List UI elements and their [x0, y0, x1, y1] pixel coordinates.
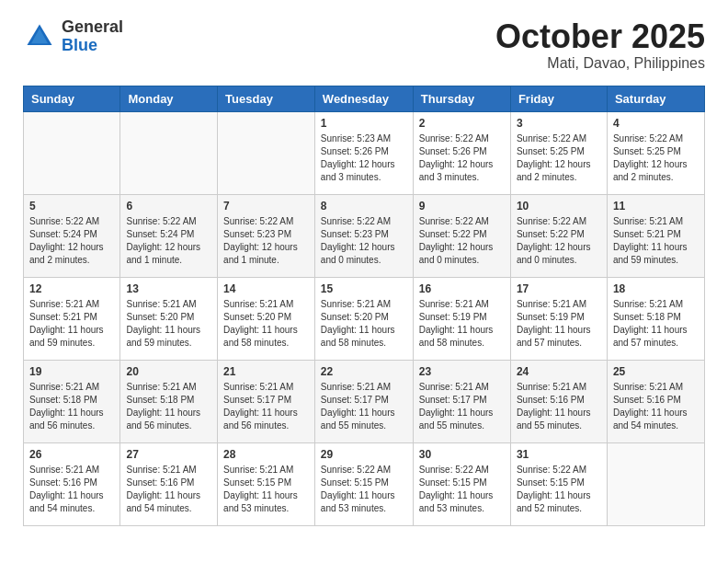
day-number: 5	[29, 200, 114, 213]
calendar-cell-4-2: 20Sunrise: 5:21 AM Sunset: 5:18 PM Dayli…	[120, 360, 218, 442]
calendar-cell-1-7: 4Sunrise: 5:22 AM Sunset: 5:25 PM Daylig…	[607, 111, 704, 194]
day-info: Sunrise: 5:22 AM Sunset: 5:26 PM Dayligh…	[419, 132, 505, 184]
day-number: 9	[419, 200, 505, 213]
calendar-cell-2-6: 10Sunrise: 5:22 AM Sunset: 5:22 PM Dayli…	[510, 194, 607, 277]
weekday-header-row: SundayMondayTuesdayWednesdayThursdayFrid…	[24, 86, 705, 111]
day-number: 29	[321, 448, 407, 461]
week-row-4: 19Sunrise: 5:21 AM Sunset: 5:18 PM Dayli…	[24, 360, 705, 442]
day-number: 28	[223, 448, 309, 461]
logo-icon	[23, 20, 56, 53]
day-info: Sunrise: 5:21 AM Sunset: 5:16 PM Dayligh…	[517, 381, 601, 432]
day-info: Sunrise: 5:21 AM Sunset: 5:16 PM Dayligh…	[29, 464, 114, 515]
calendar-cell-2-2: 6Sunrise: 5:22 AM Sunset: 5:24 PM Daylig…	[120, 194, 218, 277]
calendar-cell-3-6: 17Sunrise: 5:21 AM Sunset: 5:19 PM Dayli…	[510, 277, 607, 360]
logo: General Blue	[23, 18, 123, 55]
month-title: October 2025	[495, 18, 705, 55]
calendar-cell-5-1: 26Sunrise: 5:21 AM Sunset: 5:16 PM Dayli…	[24, 442, 120, 525]
day-info: Sunrise: 5:22 AM Sunset: 5:23 PM Dayligh…	[223, 215, 309, 267]
day-info: Sunrise: 5:21 AM Sunset: 5:18 PM Dayligh…	[613, 298, 699, 350]
day-info: Sunrise: 5:21 AM Sunset: 5:17 PM Dayligh…	[321, 381, 407, 432]
day-info: Sunrise: 5:21 AM Sunset: 5:20 PM Dayligh…	[321, 298, 407, 350]
day-number: 8	[321, 200, 407, 213]
calendar-cell-5-5: 30Sunrise: 5:22 AM Sunset: 5:15 PM Dayli…	[413, 442, 510, 525]
calendar-cell-3-4: 15Sunrise: 5:21 AM Sunset: 5:20 PM Dayli…	[314, 277, 413, 360]
day-number: 18	[613, 282, 699, 295]
day-info: Sunrise: 5:21 AM Sunset: 5:16 PM Dayligh…	[126, 464, 211, 515]
calendar-cell-1-6: 3Sunrise: 5:22 AM Sunset: 5:25 PM Daylig…	[510, 111, 607, 194]
calendar-cell-2-7: 11Sunrise: 5:21 AM Sunset: 5:21 PM Dayli…	[607, 194, 704, 277]
title-block: October 2025 Mati, Davao, Philippines	[495, 18, 705, 72]
day-info: Sunrise: 5:22 AM Sunset: 5:25 PM Dayligh…	[613, 132, 699, 184]
day-number: 19	[29, 365, 114, 378]
day-number: 11	[613, 200, 699, 213]
day-number: 23	[419, 365, 505, 378]
week-row-1: 1Sunrise: 5:23 AM Sunset: 5:26 PM Daylig…	[24, 111, 705, 194]
day-number: 3	[517, 117, 601, 130]
calendar-cell-1-3	[218, 111, 315, 194]
calendar-cell-3-7: 18Sunrise: 5:21 AM Sunset: 5:18 PM Dayli…	[607, 277, 704, 360]
logo-general-text: General	[62, 18, 123, 37]
day-info: Sunrise: 5:21 AM Sunset: 5:21 PM Dayligh…	[613, 215, 699, 267]
calendar-cell-3-2: 13Sunrise: 5:21 AM Sunset: 5:20 PM Dayli…	[120, 277, 218, 360]
day-info: Sunrise: 5:21 AM Sunset: 5:15 PM Dayligh…	[223, 464, 309, 515]
day-info: Sunrise: 5:22 AM Sunset: 5:25 PM Dayligh…	[517, 132, 601, 184]
calendar-cell-2-5: 9Sunrise: 5:22 AM Sunset: 5:22 PM Daylig…	[413, 194, 510, 277]
weekday-header-friday: Friday	[510, 86, 607, 111]
calendar-cell-3-1: 12Sunrise: 5:21 AM Sunset: 5:21 PM Dayli…	[24, 277, 120, 360]
day-number: 2	[419, 117, 505, 130]
week-row-2: 5Sunrise: 5:22 AM Sunset: 5:24 PM Daylig…	[24, 194, 705, 277]
day-info: Sunrise: 5:22 AM Sunset: 5:15 PM Dayligh…	[517, 464, 601, 515]
day-number: 17	[517, 282, 601, 295]
day-info: Sunrise: 5:22 AM Sunset: 5:24 PM Dayligh…	[126, 215, 211, 267]
calendar-cell-1-1	[24, 111, 120, 194]
day-number: 26	[29, 448, 114, 461]
calendar-cell-2-4: 8Sunrise: 5:22 AM Sunset: 5:23 PM Daylig…	[314, 194, 413, 277]
calendar-cell-2-1: 5Sunrise: 5:22 AM Sunset: 5:24 PM Daylig…	[24, 194, 120, 277]
day-info: Sunrise: 5:21 AM Sunset: 5:17 PM Dayligh…	[223, 381, 309, 432]
calendar-cell-4-7: 25Sunrise: 5:21 AM Sunset: 5:16 PM Dayli…	[607, 360, 704, 442]
day-info: Sunrise: 5:21 AM Sunset: 5:18 PM Dayligh…	[29, 381, 114, 432]
day-info: Sunrise: 5:22 AM Sunset: 5:24 PM Dayligh…	[29, 215, 114, 267]
day-info: Sunrise: 5:23 AM Sunset: 5:26 PM Dayligh…	[321, 132, 407, 184]
calendar-cell-4-5: 23Sunrise: 5:21 AM Sunset: 5:17 PM Dayli…	[413, 360, 510, 442]
calendar-cell-4-1: 19Sunrise: 5:21 AM Sunset: 5:18 PM Dayli…	[24, 360, 120, 442]
calendar-cell-3-5: 16Sunrise: 5:21 AM Sunset: 5:19 PM Dayli…	[413, 277, 510, 360]
page-header: General Blue October 2025 Mati, Davao, P…	[23, 18, 705, 72]
day-number: 10	[517, 200, 601, 213]
day-number: 15	[321, 282, 407, 295]
day-number: 31	[517, 448, 601, 461]
day-number: 25	[613, 365, 699, 378]
day-info: Sunrise: 5:21 AM Sunset: 5:21 PM Dayligh…	[29, 298, 114, 350]
location-title: Mati, Davao, Philippines	[495, 55, 705, 72]
calendar-cell-5-3: 28Sunrise: 5:21 AM Sunset: 5:15 PM Dayli…	[218, 442, 315, 525]
day-number: 24	[517, 365, 601, 378]
day-number: 27	[126, 448, 211, 461]
weekday-header-wednesday: Wednesday	[314, 86, 413, 111]
day-info: Sunrise: 5:22 AM Sunset: 5:23 PM Dayligh…	[321, 215, 407, 267]
day-number: 14	[223, 282, 309, 295]
day-info: Sunrise: 5:21 AM Sunset: 5:18 PM Dayligh…	[126, 381, 211, 432]
week-row-3: 12Sunrise: 5:21 AM Sunset: 5:21 PM Dayli…	[24, 277, 705, 360]
day-info: Sunrise: 5:22 AM Sunset: 5:22 PM Dayligh…	[517, 215, 601, 267]
day-number: 16	[419, 282, 505, 295]
calendar-cell-5-7	[607, 442, 704, 525]
weekday-header-tuesday: Tuesday	[218, 86, 315, 111]
day-number: 12	[29, 282, 114, 295]
logo-blue-text: Blue	[62, 37, 123, 55]
day-number: 20	[126, 365, 211, 378]
weekday-header-thursday: Thursday	[413, 86, 510, 111]
day-number: 7	[223, 200, 309, 213]
calendar-cell-1-2	[120, 111, 218, 194]
calendar-cell-1-4: 1Sunrise: 5:23 AM Sunset: 5:26 PM Daylig…	[314, 111, 413, 194]
day-info: Sunrise: 5:21 AM Sunset: 5:19 PM Dayligh…	[517, 298, 601, 350]
calendar-cell-1-5: 2Sunrise: 5:22 AM Sunset: 5:26 PM Daylig…	[413, 111, 510, 194]
day-number: 13	[126, 282, 211, 295]
day-number: 21	[223, 365, 309, 378]
day-info: Sunrise: 5:22 AM Sunset: 5:15 PM Dayligh…	[419, 464, 505, 515]
calendar-table: SundayMondayTuesdayWednesdayThursdayFrid…	[23, 86, 705, 526]
calendar-cell-5-4: 29Sunrise: 5:22 AM Sunset: 5:15 PM Dayli…	[314, 442, 413, 525]
day-info: Sunrise: 5:22 AM Sunset: 5:15 PM Dayligh…	[321, 464, 407, 515]
calendar-cell-4-3: 21Sunrise: 5:21 AM Sunset: 5:17 PM Dayli…	[218, 360, 315, 442]
day-number: 6	[126, 200, 211, 213]
calendar-cell-4-6: 24Sunrise: 5:21 AM Sunset: 5:16 PM Dayli…	[510, 360, 607, 442]
